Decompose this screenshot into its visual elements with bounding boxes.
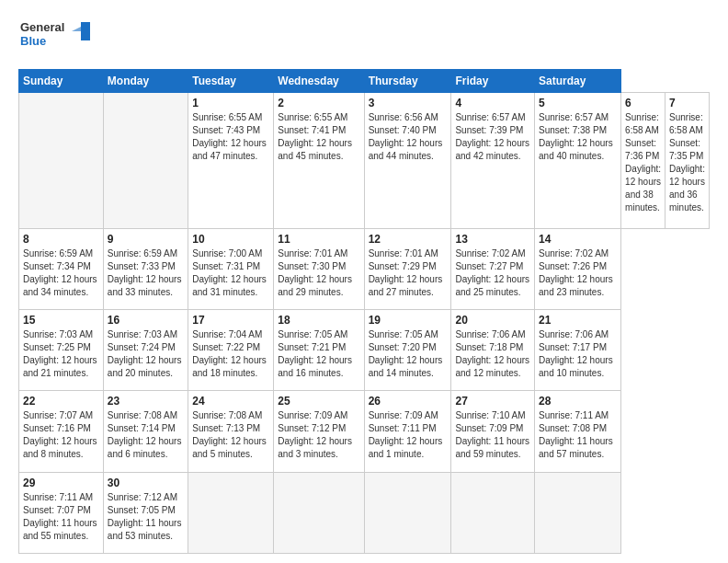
day-cell: 11Sunrise: 7:01 AMSunset: 7:30 PMDayligh… — [274, 228, 364, 309]
day-info: Sunrise: 7:03 AMSunset: 7:24 PMDaylight:… — [108, 328, 184, 380]
day-number: 27 — [455, 395, 530, 408]
day-cell: 30Sunrise: 7:12 AMSunset: 7:05 PMDayligh… — [103, 472, 188, 553]
day-cell: 25Sunrise: 7:09 AMSunset: 7:12 PMDayligh… — [274, 391, 364, 472]
day-cell: 1Sunrise: 6:55 AMSunset: 7:43 PMDaylight… — [188, 93, 274, 229]
day-info: Sunrise: 7:04 AMSunset: 7:22 PMDaylight:… — [192, 328, 269, 380]
day-info: Sunrise: 6:59 AMSunset: 7:34 PMDaylight:… — [23, 247, 99, 299]
day-info: Sunrise: 6:58 AMSunset: 7:35 PMDaylight:… — [669, 111, 705, 214]
day-info: Sunrise: 7:01 AMSunset: 7:30 PMDaylight:… — [278, 247, 359, 299]
day-cell: 23Sunrise: 7:08 AMSunset: 7:14 PMDayligh… — [103, 391, 188, 472]
day-info: Sunrise: 7:02 AMSunset: 7:26 PMDaylight:… — [539, 247, 617, 299]
day-cell: 16Sunrise: 7:03 AMSunset: 7:24 PMDayligh… — [103, 309, 188, 390]
svg-text:General: General — [20, 20, 64, 34]
day-number: 28 — [539, 395, 617, 408]
day-number: 9 — [108, 233, 184, 246]
day-cell: 17Sunrise: 7:04 AMSunset: 7:22 PMDayligh… — [188, 309, 274, 390]
day-number: 2 — [278, 97, 359, 109]
day-number: 24 — [192, 395, 269, 408]
day-info: Sunrise: 7:08 AMSunset: 7:13 PMDaylight:… — [192, 409, 269, 461]
empty-day-cell — [188, 472, 274, 553]
day-info: Sunrise: 7:00 AMSunset: 7:31 PMDaylight:… — [192, 247, 269, 299]
day-cell: 24Sunrise: 7:08 AMSunset: 7:13 PMDayligh… — [188, 391, 274, 472]
day-info: Sunrise: 7:05 AMSunset: 7:20 PMDaylight:… — [369, 328, 448, 380]
empty-day-cell — [364, 472, 451, 553]
day-number: 12 — [369, 233, 448, 246]
day-info: Sunrise: 7:05 AMSunset: 7:21 PMDaylight:… — [278, 328, 359, 380]
day-cell: 10Sunrise: 7:00 AMSunset: 7:31 PMDayligh… — [188, 228, 274, 309]
logo-area: General Blue — [18, 15, 92, 60]
empty-day-cell — [451, 472, 535, 553]
day-number: 7 — [669, 97, 705, 109]
day-info: Sunrise: 7:06 AMSunset: 7:18 PMDaylight:… — [455, 328, 530, 380]
weekday-cell: Friday — [451, 70, 535, 93]
day-number: 3 — [369, 97, 448, 109]
day-info: Sunrise: 6:58 AMSunset: 7:36 PMDaylight:… — [625, 111, 661, 214]
empty-day-cell — [274, 472, 364, 553]
calendar-page: General Blue SundayMondayTuesdayWednesda… — [0, 0, 728, 563]
day-info: Sunrise: 7:06 AMSunset: 7:17 PMDaylight:… — [539, 328, 617, 380]
day-info: Sunrise: 7:09 AMSunset: 7:12 PMDaylight:… — [278, 409, 359, 461]
day-number: 26 — [369, 395, 448, 408]
weekday-cell: Sunday — [19, 70, 104, 93]
day-number: 21 — [539, 314, 617, 327]
day-info: Sunrise: 7:01 AMSunset: 7:29 PMDaylight:… — [369, 247, 448, 299]
day-cell: 8Sunrise: 6:59 AMSunset: 7:34 PMDaylight… — [19, 228, 104, 309]
calendar-body: 1Sunrise: 6:55 AMSunset: 7:43 PMDaylight… — [19, 93, 710, 554]
day-cell: 15Sunrise: 7:03 AMSunset: 7:25 PMDayligh… — [19, 309, 104, 390]
day-info: Sunrise: 6:55 AMSunset: 7:43 PMDaylight:… — [192, 111, 269, 163]
day-info: Sunrise: 6:57 AMSunset: 7:38 PMDaylight:… — [539, 111, 617, 163]
weekday-cell: Monday — [103, 70, 188, 93]
calendar-week-row: 1Sunrise: 6:55 AMSunset: 7:43 PMDaylight… — [19, 93, 710, 229]
calendar-week-row: 29Sunrise: 7:11 AMSunset: 7:07 PMDayligh… — [19, 472, 710, 553]
day-cell: 7Sunrise: 6:58 AMSunset: 7:35 PMDaylight… — [665, 93, 710, 229]
day-number: 20 — [455, 314, 530, 327]
weekday-cell: Saturday — [535, 70, 621, 93]
day-cell: 2Sunrise: 6:55 AMSunset: 7:41 PMDaylight… — [274, 93, 364, 229]
weekday-cell: Thursday — [364, 70, 451, 93]
calendar-week-row: 8Sunrise: 6:59 AMSunset: 7:34 PMDaylight… — [19, 228, 710, 309]
day-number: 15 — [23, 314, 99, 327]
day-cell: 6Sunrise: 6:58 AMSunset: 7:36 PMDaylight… — [621, 93, 665, 229]
day-cell: 5Sunrise: 6:57 AMSunset: 7:38 PMDaylight… — [535, 93, 621, 229]
day-cell: 18Sunrise: 7:05 AMSunset: 7:21 PMDayligh… — [274, 309, 364, 390]
day-cell: 21Sunrise: 7:06 AMSunset: 7:17 PMDayligh… — [535, 309, 621, 390]
logo: General Blue — [18, 15, 92, 60]
day-number: 5 — [539, 97, 617, 109]
day-info: Sunrise: 7:08 AMSunset: 7:14 PMDaylight:… — [108, 409, 184, 461]
day-number: 19 — [369, 314, 448, 327]
calendar-week-row: 22Sunrise: 7:07 AMSunset: 7:16 PMDayligh… — [19, 391, 710, 472]
day-cell: 26Sunrise: 7:09 AMSunset: 7:11 PMDayligh… — [364, 391, 451, 472]
day-number: 18 — [278, 314, 359, 327]
day-number: 30 — [108, 477, 184, 489]
day-cell: 9Sunrise: 6:59 AMSunset: 7:33 PMDaylight… — [103, 228, 188, 309]
svg-text:Blue: Blue — [20, 34, 46, 48]
day-info: Sunrise: 6:56 AMSunset: 7:40 PMDaylight:… — [369, 111, 448, 163]
day-info: Sunrise: 6:55 AMSunset: 7:41 PMDaylight:… — [278, 111, 359, 163]
day-cell: 20Sunrise: 7:06 AMSunset: 7:18 PMDayligh… — [451, 309, 535, 390]
day-number: 8 — [23, 233, 99, 246]
day-cell: 29Sunrise: 7:11 AMSunset: 7:07 PMDayligh… — [19, 472, 104, 553]
day-info: Sunrise: 7:07 AMSunset: 7:16 PMDaylight:… — [23, 409, 99, 461]
weekday-header-row: SundayMondayTuesdayWednesdayThursdayFrid… — [19, 70, 710, 93]
day-info: Sunrise: 7:11 AMSunset: 7:07 PMDaylight:… — [23, 491, 99, 543]
empty-day-cell — [19, 93, 104, 229]
day-number: 11 — [278, 233, 359, 246]
day-number: 14 — [539, 233, 617, 246]
day-number: 6 — [625, 97, 661, 109]
day-number: 22 — [23, 395, 99, 408]
day-number: 29 — [23, 477, 99, 489]
day-info: Sunrise: 7:03 AMSunset: 7:25 PMDaylight:… — [23, 328, 99, 380]
day-number: 13 — [455, 233, 530, 246]
day-info: Sunrise: 7:11 AMSunset: 7:08 PMDaylight:… — [539, 409, 617, 461]
day-cell: 13Sunrise: 7:02 AMSunset: 7:27 PMDayligh… — [451, 228, 535, 309]
day-cell: 19Sunrise: 7:05 AMSunset: 7:20 PMDayligh… — [364, 309, 451, 390]
day-number: 10 — [192, 233, 269, 246]
day-cell: 28Sunrise: 7:11 AMSunset: 7:08 PMDayligh… — [535, 391, 621, 472]
day-number: 17 — [192, 314, 269, 327]
day-cell: 14Sunrise: 7:02 AMSunset: 7:26 PMDayligh… — [535, 228, 621, 309]
day-number: 23 — [108, 395, 184, 408]
day-number: 16 — [108, 314, 184, 327]
day-cell: 12Sunrise: 7:01 AMSunset: 7:29 PMDayligh… — [364, 228, 451, 309]
day-info: Sunrise: 7:02 AMSunset: 7:27 PMDaylight:… — [455, 247, 530, 299]
day-number: 4 — [455, 97, 530, 109]
